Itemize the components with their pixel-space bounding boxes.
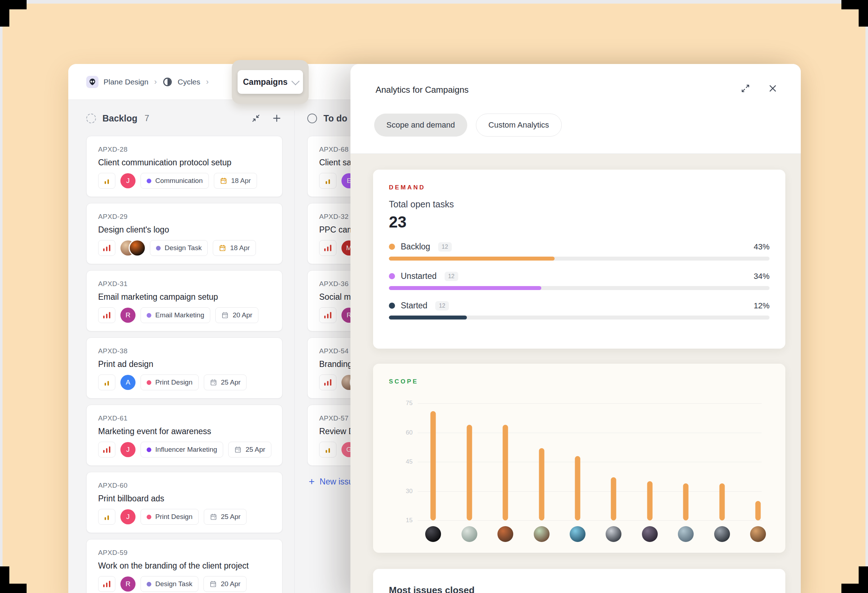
priority-chip[interactable] xyxy=(319,240,337,256)
issue-title: Design client's logo xyxy=(98,225,271,235)
scope-bar[interactable] xyxy=(539,448,544,521)
priority-chip[interactable] xyxy=(319,307,337,323)
member-avatar[interactable] xyxy=(606,526,621,542)
issue-card[interactable]: APXD-38 Print ad design A Print Design 2… xyxy=(86,338,282,398)
member-avatar[interactable] xyxy=(425,526,441,542)
column-backlog-header: Backlog 7 xyxy=(86,110,282,127)
scope-bar[interactable] xyxy=(756,501,761,521)
demand-row-label: Backlog xyxy=(401,242,430,252)
issue-title: Client communication protocol setup xyxy=(98,158,271,167)
avatar[interactable]: R xyxy=(120,308,136,323)
cycle-select-value: Campaigns xyxy=(243,77,288,87)
scope-bar[interactable] xyxy=(431,411,436,521)
cycle-select-dropdown[interactable]: Campaigns xyxy=(238,70,303,94)
scope-bar[interactable] xyxy=(575,456,580,521)
collapse-column-icon[interactable] xyxy=(250,112,262,124)
priority-chip[interactable] xyxy=(98,173,115,189)
member-avatar[interactable] xyxy=(750,526,766,542)
tab-custom-analytics[interactable]: Custom Analytics xyxy=(476,114,562,137)
cycles-icon xyxy=(162,77,173,87)
analytics-modal-body: DEMAND Total open tasks 23 Backlog 12 43… xyxy=(350,154,801,593)
column-count: 7 xyxy=(145,114,149,123)
label-chip[interactable]: Design Task xyxy=(150,240,208,256)
avatar-group[interactable] xyxy=(120,240,145,255)
avatar[interactable]: J xyxy=(120,173,136,188)
label-chip[interactable]: Communication xyxy=(140,173,209,189)
label-chip[interactable]: Email Marketing xyxy=(140,307,210,323)
due-date-chip[interactable]: 18 Apr xyxy=(214,173,257,189)
column-title: Backlog xyxy=(102,113,137,124)
breadcrumb-cycles[interactable]: Cycles xyxy=(162,77,200,87)
avatar xyxy=(130,240,145,255)
issue-card[interactable]: APXD-61 Marketing event for awareness J … xyxy=(86,405,282,466)
breadcrumb-cycles-label: Cycles xyxy=(177,78,200,86)
y-axis-tick: 45 xyxy=(397,458,413,465)
label-chip[interactable]: Print Design xyxy=(140,509,199,525)
expand-icon[interactable] xyxy=(740,83,751,94)
member-avatar[interactable] xyxy=(462,526,477,542)
avatar[interactable]: J xyxy=(120,509,136,524)
member-avatar[interactable] xyxy=(642,526,658,542)
priority-chip[interactable] xyxy=(319,442,337,457)
priority-chip[interactable] xyxy=(319,375,337,390)
breadcrumb-separator: › xyxy=(154,77,157,87)
issue-card[interactable]: APXD-59 Work on the branding of the clie… xyxy=(86,539,282,593)
label-dot-icon xyxy=(147,313,151,318)
progress-bar xyxy=(389,286,769,290)
label-chip[interactable]: Print Design xyxy=(140,375,199,390)
priority-chip[interactable] xyxy=(319,173,337,189)
demand-panel: DEMAND Total open tasks 23 Backlog 12 43… xyxy=(373,170,785,349)
label-chip[interactable]: Design Task xyxy=(140,576,198,592)
issue-id: APXD-61 xyxy=(98,415,271,422)
demand-row-unstarted: Unstarted 12 34% xyxy=(389,271,769,290)
alien-icon xyxy=(86,76,99,88)
issue-card[interactable]: APXD-28 Client communication protocol se… xyxy=(86,136,282,197)
label-chip[interactable]: Influencer Marketing xyxy=(140,442,223,457)
member-avatar[interactable] xyxy=(534,526,549,542)
due-date-text: 18 Apr xyxy=(230,244,250,252)
scope-panel: SCOPE 1530456075 xyxy=(373,364,785,553)
issue-card[interactable]: APXD-60 Print billboard ads J Print Desi… xyxy=(86,472,282,533)
close-icon[interactable] xyxy=(767,83,778,94)
due-date-chip[interactable]: 20 Apr xyxy=(215,307,258,323)
due-date-chip[interactable]: 18 Apr xyxy=(213,240,256,256)
gridline xyxy=(418,403,762,404)
label-dot-icon xyxy=(156,246,161,251)
priority-chip[interactable] xyxy=(98,307,115,323)
breadcrumb-project[interactable]: Plane Design xyxy=(86,76,148,88)
issue-card[interactable]: APXD-31 Email marketing campaign setup R… xyxy=(86,270,282,331)
priority-chip[interactable] xyxy=(98,509,115,525)
todo-state-icon xyxy=(307,114,317,123)
member-avatar[interactable] xyxy=(678,526,694,542)
member-avatar[interactable] xyxy=(497,526,513,542)
scope-bar[interactable] xyxy=(719,483,725,521)
issue-id: APXD-28 xyxy=(98,146,271,153)
scope-bar[interactable] xyxy=(611,477,616,521)
priority-chip[interactable] xyxy=(98,576,115,592)
avatar[interactable]: J xyxy=(120,442,136,457)
breadcrumb-separator: › xyxy=(206,77,208,87)
due-date-text: 20 Apr xyxy=(221,580,241,588)
progress-bar xyxy=(389,316,769,320)
priority-chip[interactable] xyxy=(98,375,115,390)
priority-chip[interactable] xyxy=(98,442,115,457)
scope-bar[interactable] xyxy=(466,425,472,521)
due-date-chip[interactable]: 25 Apr xyxy=(204,509,247,525)
avatar[interactable]: R xyxy=(120,577,136,592)
scope-bar[interactable] xyxy=(647,481,652,521)
due-date-chip[interactable]: 20 Apr xyxy=(204,576,247,592)
due-date-chip[interactable]: 25 Apr xyxy=(228,442,272,457)
scope-bar[interactable] xyxy=(683,483,689,521)
scope-bar[interactable] xyxy=(503,425,508,521)
member-avatar[interactable] xyxy=(570,526,586,542)
avatar[interactable]: A xyxy=(120,375,136,390)
issue-card[interactable]: APXD-29 Design client's logo Design Task… xyxy=(86,203,282,264)
priority-chip[interactable] xyxy=(98,240,115,256)
label-text: Design Task xyxy=(165,244,202,252)
member-avatar[interactable] xyxy=(714,526,730,542)
due-date-chip[interactable]: 25 Apr xyxy=(204,375,247,390)
issue-title: Print ad design xyxy=(98,359,271,369)
tab-scope-and-demand[interactable]: Scope and demand xyxy=(374,114,467,137)
label-text: Influencer Marketing xyxy=(155,445,217,454)
add-issue-icon[interactable] xyxy=(271,112,282,124)
